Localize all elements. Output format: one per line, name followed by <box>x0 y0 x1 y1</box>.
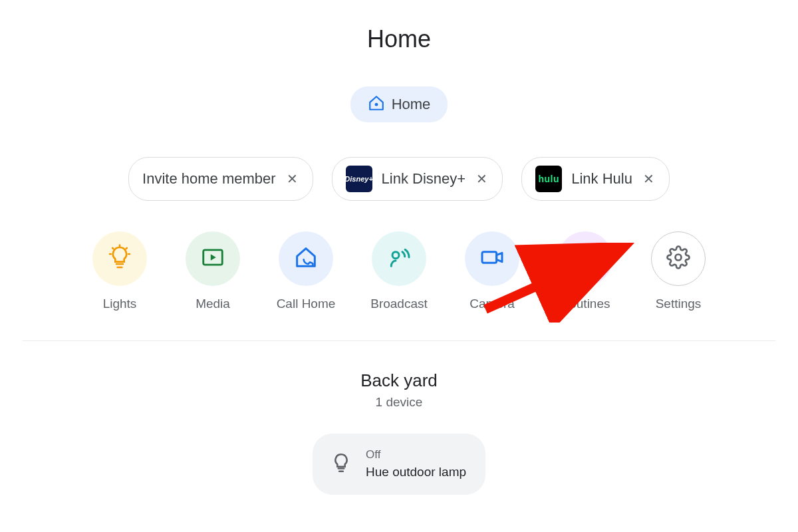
action-label: Media <box>196 297 230 311</box>
action-lights[interactable]: Lights <box>90 231 150 311</box>
action-circle <box>372 231 426 286</box>
home-phone-icon <box>293 244 319 273</box>
room-section: Back yard 1 device Off Hue outdoor lamp <box>0 370 798 495</box>
action-circle <box>279 231 333 286</box>
action-routines[interactable]: Routines <box>555 231 615 311</box>
action-label: Settings <box>656 297 702 311</box>
close-icon[interactable]: ✕ <box>475 172 489 186</box>
bulb-outline-icon <box>330 452 352 477</box>
action-circle <box>651 231 706 286</box>
device-state: Off <box>366 448 466 462</box>
gear-icon <box>666 245 690 272</box>
svg-line-5 <box>581 253 589 261</box>
play-square-icon <box>200 245 225 273</box>
svg-point-6 <box>676 255 682 261</box>
suggestion-label: Link Hulu <box>571 170 632 188</box>
home-selector-chip[interactable]: Home <box>350 86 448 122</box>
action-circle <box>186 231 240 286</box>
home-selector-label: Home <box>392 96 431 113</box>
suggestion-label: Link Disney+ <box>382 170 466 188</box>
disney-plus-icon: Disney+ <box>346 166 372 192</box>
home-icon <box>368 94 385 114</box>
action-settings[interactable]: Settings <box>648 231 708 311</box>
action-call-home[interactable]: Call Home <box>276 231 336 311</box>
svg-rect-3 <box>482 252 497 263</box>
action-label: Call Home <box>277 297 336 311</box>
suggestion-label: Invite home member <box>142 170 276 188</box>
action-circle <box>92 231 147 286</box>
room-device-count: 1 device <box>376 395 423 410</box>
action-circle <box>465 231 519 286</box>
device-name: Hue outdoor lamp <box>366 464 466 480</box>
routines-icon <box>572 244 598 273</box>
broadcast-icon <box>386 244 412 273</box>
close-icon[interactable]: ✕ <box>642 172 656 186</box>
camera-icon <box>479 244 505 273</box>
action-media[interactable]: Media <box>183 231 243 311</box>
action-broadcast[interactable]: Broadcast <box>369 231 429 311</box>
svg-point-0 <box>374 103 378 106</box>
device-card-hue-outdoor-lamp[interactable]: Off Hue outdoor lamp <box>313 434 485 495</box>
lightbulb-icon <box>106 244 133 273</box>
action-label: Routines <box>561 297 610 311</box>
close-icon[interactable]: ✕ <box>285 172 299 186</box>
svg-point-2 <box>392 252 399 259</box>
suggestion-invite-member[interactable]: Invite home member ✕ <box>128 157 313 201</box>
quick-actions-row: Lights Media <box>0 231 798 311</box>
hulu-icon: hulu <box>535 166 562 192</box>
action-label: Lights <box>103 297 137 311</box>
suggestion-link-disney[interactable]: Disney+ Link Disney+ ✕ <box>332 157 503 201</box>
page-title: Home <box>0 25 798 53</box>
room-name[interactable]: Back yard <box>360 370 438 391</box>
suggestion-link-hulu[interactable]: hulu Link Hulu ✕ <box>521 157 670 201</box>
action-camera[interactable]: Camera <box>462 231 522 311</box>
action-label: Camera <box>469 297 515 311</box>
suggestion-chips-row: Invite home member ✕ Disney+ Link Disney… <box>0 157 798 201</box>
action-label: Broadcast <box>370 297 428 311</box>
section-divider <box>23 340 775 341</box>
action-circle <box>558 231 612 286</box>
